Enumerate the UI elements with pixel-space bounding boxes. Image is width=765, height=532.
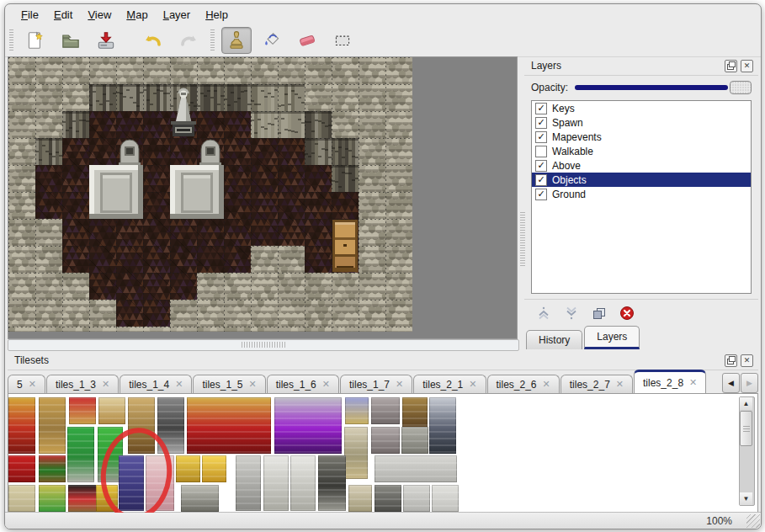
- opacity-slider-track[interactable]: [575, 85, 728, 90]
- tile-stone-blocks[interactable]: [375, 455, 457, 482]
- save-file-button[interactable]: [91, 27, 121, 54]
- tile-drawer-metal-2[interactable]: [371, 427, 400, 454]
- tile-banner-red[interactable]: [8, 397, 35, 454]
- tile-junk-pile[interactable]: [401, 427, 428, 454]
- scroll-tabs-left-button[interactable]: ◀: [722, 373, 740, 393]
- scroll-down-button[interactable]: ▼: [740, 492, 752, 505]
- layer-visibility-checkbox[interactable]: ✓: [535, 189, 547, 200]
- tile-vanity-mirror[interactable]: [98, 397, 125, 424]
- layer-row-spawn[interactable]: ✓Spawn: [532, 115, 751, 130]
- close-tab-icon[interactable]: ✕: [102, 379, 109, 390]
- delete-layer-button[interactable]: [618, 304, 636, 322]
- menu-help[interactable]: Help: [198, 7, 236, 23]
- tile-angel-statue-right[interactable]: [290, 455, 316, 511]
- open-file-button[interactable]: [56, 27, 86, 54]
- toolbar-grip[interactable]: [210, 29, 215, 51]
- tile-counter-cushion[interactable]: [68, 485, 98, 512]
- select-tool-button[interactable]: [327, 27, 358, 54]
- close-tab-icon[interactable]: ✕: [616, 379, 624, 390]
- tileset-tab-tiles_1_5[interactable]: tiles_1_5✕: [193, 375, 265, 393]
- close-tab-icon[interactable]: ✕: [322, 379, 330, 390]
- tile-throne-purple[interactable]: [274, 397, 342, 454]
- tile-stone-block-3[interactable]: [432, 485, 459, 512]
- layer-row-mapevents[interactable]: ✓Mapevents: [532, 130, 751, 144]
- fill-tool-button[interactable]: [257, 27, 287, 54]
- menu-edit[interactable]: Edit: [46, 7, 80, 23]
- layer-visibility-checkbox[interactable]: ✓: [535, 131, 547, 143]
- tile-stone-block-2[interactable]: [403, 485, 430, 512]
- scrollbar-grip[interactable]: [242, 342, 285, 348]
- scroll-up-button[interactable]: ▲: [740, 397, 752, 410]
- tile-bookshelf[interactable]: [39, 455, 66, 482]
- tile-wood-box[interactable]: [402, 397, 428, 428]
- tab-layers[interactable]: Layers: [584, 326, 640, 349]
- tile-angel-statue-left[interactable]: [263, 455, 289, 511]
- tileset-tab-tiles_1_7[interactable]: tiles_1_7✕: [340, 375, 412, 393]
- stamp-tool-button[interactable]: [221, 27, 252, 54]
- tile-drawer-metal[interactable]: [371, 397, 400, 424]
- tile-banner-crest[interactable]: [8, 455, 35, 482]
- tile-palm-plant[interactable]: [67, 427, 94, 482]
- float-panel-button[interactable]: [725, 354, 737, 367]
- tile-gargoyle[interactable]: [318, 455, 346, 511]
- toolbar-grip[interactable]: [9, 29, 13, 51]
- layer-row-keys[interactable]: ✓Keys: [532, 101, 751, 115]
- eraser-tool-button[interactable]: [292, 27, 322, 54]
- raise-layer-button[interactable]: [534, 304, 553, 322]
- tile-armor[interactable]: [429, 397, 456, 454]
- tile-gold-pile[interactable]: [202, 455, 226, 482]
- menu-map[interactable]: Map: [119, 7, 155, 23]
- new-file-button[interactable]: [20, 27, 50, 54]
- close-tab-icon[interactable]: ✕: [543, 379, 550, 390]
- close-tab-icon[interactable]: ✕: [175, 379, 183, 390]
- tile-portrait-king[interactable]: [345, 397, 369, 424]
- tileset-tab-tiles_2_7[interactable]: tiles_2_7✕: [560, 375, 633, 393]
- layer-row-walkable[interactable]: Walkable: [532, 144, 751, 158]
- tile-rock-pile[interactable]: [181, 485, 219, 512]
- tile-loom[interactable]: [39, 397, 66, 454]
- layer-row-above[interactable]: ✓Above: [532, 158, 751, 173]
- undo-button[interactable]: [138, 27, 168, 54]
- layer-row-ground[interactable]: ✓Ground: [532, 187, 751, 201]
- tileset-tab-tiles_1_3[interactable]: tiles_1_3✕: [46, 375, 119, 393]
- tile-statue-hooded[interactable]: [236, 455, 261, 511]
- redo-button[interactable]: [173, 27, 204, 54]
- close-tab-icon[interactable]: ✕: [29, 379, 36, 390]
- close-tab-icon[interactable]: ✕: [469, 379, 476, 390]
- tileset-tab-tiles_2_6[interactable]: tiles_2_6✕: [487, 375, 560, 393]
- close-tab-icon[interactable]: ✕: [689, 377, 697, 388]
- tile-banner-green[interactable]: [39, 485, 66, 512]
- layer-visibility-checkbox[interactable]: ✓: [535, 160, 547, 172]
- layer-visibility-checkbox[interactable]: ✓: [535, 174, 547, 186]
- scroll-tabs-right-button[interactable]: ▶: [741, 373, 758, 393]
- tileset-tab-tiles_1_6[interactable]: tiles_1_6✕: [267, 375, 339, 393]
- layer-visibility-checkbox[interactable]: ✓: [535, 103, 547, 114]
- map-horizontal-scrollbar[interactable]: [8, 339, 519, 351]
- menu-file[interactable]: File: [13, 7, 46, 23]
- tileset-content[interactable]: ▲ ▼: [8, 393, 758, 513]
- tile-gold-ornament[interactable]: [176, 455, 200, 482]
- lower-layer-button[interactable]: [562, 304, 581, 322]
- close-tab-icon[interactable]: ✕: [248, 379, 256, 390]
- close-panel-button[interactable]: ✕: [741, 354, 753, 367]
- tab-history[interactable]: History: [526, 330, 582, 349]
- tile-obelisk-large[interactable]: [344, 427, 368, 479]
- opacity-slider-handle[interactable]: [730, 81, 752, 94]
- map-canvas[interactable]: [8, 56, 518, 339]
- duplicate-layer-button[interactable]: [590, 304, 608, 322]
- tileset-vertical-scrollbar[interactable]: ▲ ▼: [739, 396, 755, 506]
- menu-layer[interactable]: Layer: [156, 7, 199, 23]
- close-tab-icon[interactable]: ✕: [396, 379, 403, 390]
- tile-throne-red[interactable]: [187, 397, 271, 454]
- close-panel-button[interactable]: ✕: [741, 60, 753, 72]
- layer-visibility-checkbox[interactable]: ✓: [535, 117, 547, 129]
- float-panel-button[interactable]: [725, 60, 737, 72]
- tile-pillar-dark[interactable]: [375, 485, 401, 512]
- layer-visibility-checkbox[interactable]: [535, 146, 547, 157]
- tile-obelisk-small[interactable]: [348, 485, 372, 512]
- tileset-tab-tiles_2_8[interactable]: tiles_2_8✕: [634, 370, 706, 393]
- menu-view[interactable]: View: [80, 7, 119, 23]
- resize-grip[interactable]: [746, 514, 760, 528]
- scrollbar-thumb[interactable]: [740, 411, 752, 446]
- tileset-tab-5[interactable]: 5✕: [8, 375, 45, 393]
